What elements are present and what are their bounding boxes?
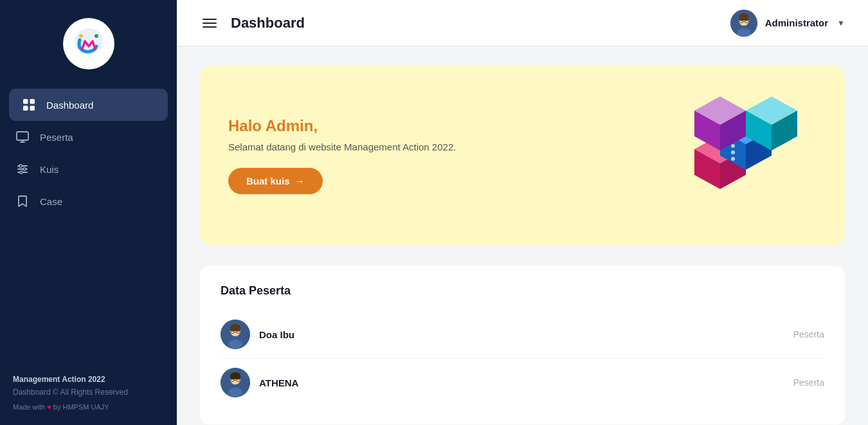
table-row: ATHENA Peserta bbox=[221, 359, 824, 406]
main-content: Dashboard Administra bbox=[177, 0, 868, 425]
svg-point-10 bbox=[23, 168, 26, 170]
sidebar-footer: Management Action 2022 Dashboard © All R… bbox=[0, 362, 177, 426]
bookmark-icon bbox=[15, 194, 30, 208]
avatar bbox=[221, 368, 250, 397]
table-row: Doa Ibu Peserta bbox=[221, 311, 824, 359]
heart-icon: ♥ bbox=[47, 403, 51, 411]
svg-rect-4 bbox=[23, 99, 28, 104]
header: Dashboard Administra bbox=[177, 0, 868, 46]
hamburger-line-2 bbox=[203, 23, 217, 24]
sidebar-logo bbox=[63, 18, 114, 69]
svg-rect-6 bbox=[23, 106, 28, 111]
svg-point-9 bbox=[19, 165, 22, 167]
svg-point-39 bbox=[228, 339, 242, 348]
sidebar-item-peserta-label: Peserta bbox=[40, 132, 73, 143]
body-area: Halo Admin, Selamat datang di website Ma… bbox=[177, 46, 868, 425]
sidebar-nav: Dashboard Peserta bbox=[0, 89, 177, 362]
svg-rect-15 bbox=[739, 17, 749, 21]
sidebar-item-case-label: Case bbox=[40, 196, 62, 207]
sidebar-item-kuis-label: Kuis bbox=[40, 164, 59, 175]
page-title: Dashboard bbox=[231, 15, 305, 32]
svg-rect-8 bbox=[17, 132, 28, 140]
svg-point-34 bbox=[731, 157, 735, 161]
svg-rect-46 bbox=[230, 375, 240, 379]
peserta-avatar-1 bbox=[221, 320, 250, 349]
sidebar: Dashboard Peserta bbox=[0, 0, 177, 425]
svg-rect-38 bbox=[230, 327, 240, 331]
admin-avatar-icon bbox=[730, 10, 757, 37]
welcome-banner: Halo Admin, Selamat datang di website Ma… bbox=[200, 66, 845, 246]
buat-kuis-label: Buat kuis bbox=[246, 176, 290, 186]
peserta-role: Peserta bbox=[793, 329, 824, 339]
welcome-text: Halo Admin, Selamat datang di website Ma… bbox=[228, 117, 456, 194]
buat-kuis-arrow-icon: → bbox=[295, 176, 305, 186]
header-right: Administrator ▼ bbox=[730, 10, 845, 37]
sidebar-logo-area bbox=[0, 0, 177, 82]
logo-icon bbox=[67, 22, 111, 66]
footer-subtitle: Dashboard © All Rights Reserved bbox=[13, 386, 164, 398]
svg-rect-7 bbox=[30, 106, 35, 111]
cube-illustration bbox=[662, 91, 817, 220]
avatar bbox=[221, 320, 250, 349]
welcome-subtitle: Selamat datang di website Management Act… bbox=[228, 141, 456, 152]
footer-made: Made with ♥ by HMPSM UAJY bbox=[13, 402, 164, 413]
sidebar-item-peserta[interactable]: Peserta bbox=[0, 121, 177, 153]
sidebar-item-case[interactable]: Case bbox=[0, 185, 177, 217]
peserta-avatar-2 bbox=[221, 368, 250, 397]
data-peserta-title: Data Peserta bbox=[221, 284, 824, 298]
svg-point-3 bbox=[95, 34, 98, 38]
peserta-left: Doa Ibu bbox=[221, 320, 294, 349]
avatar bbox=[730, 10, 757, 37]
buat-kuis-button[interactable]: Buat kuis → bbox=[228, 168, 323, 194]
hamburger-line-1 bbox=[203, 19, 217, 20]
svg-point-33 bbox=[731, 150, 735, 154]
sidebar-item-kuis[interactable]: Kuis bbox=[0, 153, 177, 185]
grid-icon bbox=[22, 98, 36, 112]
admin-name: Administrator bbox=[765, 17, 828, 28]
dropdown-arrow-icon[interactable]: ▼ bbox=[837, 19, 845, 28]
svg-point-2 bbox=[79, 34, 83, 38]
footer-title: Management Action 2022 bbox=[13, 374, 164, 385]
hamburger-button[interactable] bbox=[200, 16, 219, 30]
svg-rect-5 bbox=[30, 99, 35, 104]
peserta-role: Peserta bbox=[793, 377, 824, 388]
peserta-name: ATHENA bbox=[259, 377, 298, 388]
svg-point-47 bbox=[228, 388, 242, 397]
sliders-icon bbox=[15, 162, 30, 176]
header-left: Dashboard bbox=[200, 15, 305, 32]
welcome-greeting: Halo Admin, bbox=[228, 117, 456, 135]
peserta-left: ATHENA bbox=[221, 368, 298, 397]
cubes-svg bbox=[662, 91, 817, 220]
sidebar-item-dashboard-label: Dashboard bbox=[46, 100, 93, 111]
data-peserta-section: Data Peserta bbox=[200, 266, 845, 424]
svg-point-11 bbox=[20, 171, 23, 174]
peserta-name: Doa Ibu bbox=[259, 329, 294, 340]
svg-point-32 bbox=[731, 144, 735, 148]
monitor-icon bbox=[15, 130, 30, 144]
hamburger-line-3 bbox=[203, 26, 217, 28]
sidebar-item-dashboard[interactable]: Dashboard bbox=[9, 89, 168, 121]
